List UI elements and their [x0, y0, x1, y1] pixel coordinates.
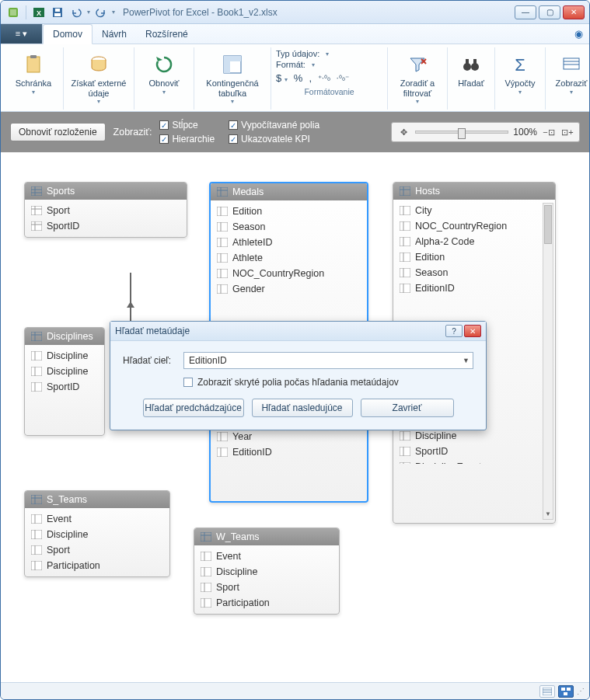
refresh-button[interactable]: Obnoviť ▾ [139, 49, 189, 99]
zoom-control: ✥ 100% −⊡ ⊡+ [391, 122, 580, 142]
table-column[interactable]: Athlete [212, 250, 365, 266]
dropdown-icon[interactable]: ▼ [463, 357, 470, 364]
show-hidden-checkbox[interactable] [183, 378, 193, 387]
redo-icon[interactable] [93, 5, 109, 20]
view-button[interactable]: Zobraziť ▾ [550, 49, 590, 99]
table-column[interactable]: Sport [196, 580, 337, 595]
get-external-data-button[interactable]: Získať externé údaje ▾ [68, 49, 129, 108]
table-column[interactable]: NOC_CountryRegion [395, 218, 541, 234]
data-view-button[interactable] [539, 685, 555, 698]
diagram-canvas[interactable]: Sports Sport SportID Disciplines Discipl… [1, 152, 589, 682]
table-header[interactable]: W_Teams [194, 528, 339, 545]
diagram-view-button[interactable] [558, 685, 574, 698]
svg-rect-62 [217, 253, 228, 263]
increase-decimal-button[interactable]: ⁺·⁰₀ [318, 74, 330, 82]
find-button[interactable]: Hľadať [452, 49, 490, 92]
table-column[interactable]: SportID [26, 218, 185, 234]
help-icon[interactable]: ◉ [574, 24, 583, 44]
file-tab[interactable]: ≡ ▾ [1, 24, 43, 44]
scroll-down-icon[interactable]: ▼ [543, 508, 553, 519]
pivot-table-button[interactable]: Kontingenčná tabuľka ▾ [199, 49, 266, 108]
table-header[interactable]: Hosts [393, 183, 555, 200]
checkbox-kpis[interactable]: ✓Ukazovatele KPI [229, 134, 319, 145]
table-column[interactable]: City [395, 203, 541, 218]
table-column[interactable]: Sport [26, 203, 185, 218]
tab-design[interactable]: Návrh [93, 24, 136, 44]
tab-advanced[interactable]: Rozšírené [136, 24, 197, 44]
table-column[interactable]: DisciplineEvent [395, 459, 541, 464]
column-icon [31, 514, 42, 524]
decrease-decimal-button[interactable]: ·⁰₀⁻ [337, 74, 349, 82]
scroll-thumb[interactable] [544, 205, 552, 244]
maximize-button[interactable]: ▢ [539, 5, 560, 19]
find-previous-button[interactable]: Hľadať predchádzajúce [143, 399, 244, 417]
table-column[interactable]: Event [26, 511, 168, 527]
find-next-button[interactable]: Hľadať nasledujúce [252, 399, 353, 417]
table-column[interactable]: EditionID [212, 444, 365, 460]
currency-button[interactable]: $ ▾ [276, 72, 288, 84]
table-header[interactable]: S_Teams [25, 491, 169, 508]
close-dialog-button[interactable]: Zavrieť [361, 399, 454, 417]
checkbox-calculated[interactable]: ✓Vypočítavané polia [229, 120, 319, 131]
powerpivot-icon[interactable] [5, 5, 21, 20]
table-column[interactable]: Discipline [196, 564, 337, 580]
table-column[interactable]: Discipline [26, 364, 103, 379]
table-header[interactable]: Medals [211, 183, 367, 200]
sort-filter-button[interactable]: Zoradiť a filtrovať ▾ [393, 49, 442, 108]
dialog-close-button[interactable]: ✕ [464, 325, 481, 337]
save-icon[interactable] [50, 5, 65, 20]
find-what-input[interactable]: EditionID ▼ [183, 352, 473, 369]
dialog-help-button[interactable]: ? [445, 325, 463, 337]
zoom-fit-button[interactable]: ✥ [396, 125, 410, 139]
undo-icon[interactable] [68, 5, 84, 20]
calculations-button[interactable]: Σ Výpočty ▾ [500, 49, 540, 99]
clipboard-button[interactable]: Schránka ▾ [9, 49, 58, 99]
close-button[interactable]: ✕ [563, 5, 585, 19]
dialog-titlebar[interactable]: Hľadať metaúdaje ? ✕ [110, 322, 486, 341]
table-card-s-teams[interactable]: S_Teams Event Discipline Sport Participa… [24, 490, 170, 577]
table-column[interactable]: Participation [196, 595, 337, 611]
zoom-out-button[interactable]: −⊡ [542, 125, 556, 139]
svg-rect-112 [567, 688, 571, 691]
table-column[interactable]: NOC_CountryRegion [212, 266, 365, 281]
table-column[interactable]: Edition [212, 204, 365, 219]
table-column[interactable]: AthleteID [212, 235, 365, 250]
datatype-dropdown[interactable]: ▾ [326, 50, 329, 57]
checkbox-hierarchies[interactable]: ✓Hierarchie [159, 134, 215, 145]
svg-rect-6 [55, 9, 60, 12]
table-header[interactable]: Sports [25, 183, 187, 200]
table-column[interactable]: SportID [395, 444, 541, 459]
table-card-w-teams[interactable]: W_Teams Event Discipline Sport Participa… [194, 528, 340, 615]
table-column[interactable]: Season [212, 219, 365, 235]
table-column[interactable]: Sport [26, 542, 168, 558]
tab-home[interactable]: Domov [43, 24, 93, 44]
table-column[interactable]: Alpha-2 Code [395, 234, 541, 249]
table-column[interactable]: Event [196, 549, 337, 564]
excel-icon[interactable]: X [31, 5, 47, 20]
refresh-layout-button[interactable]: Obnoviť rozloženie [10, 123, 106, 141]
comma-button[interactable]: , [309, 72, 312, 84]
table-header[interactable]: Disciplines [25, 328, 104, 345]
table-column[interactable]: Gender [212, 281, 365, 297]
table-column[interactable]: Edition [395, 249, 541, 265]
table-column[interactable]: Season [395, 265, 541, 280]
percent-button[interactable]: % [294, 72, 303, 84]
table-column[interactable]: Discipline [26, 348, 103, 364]
format-dropdown[interactable]: ▾ [312, 61, 315, 68]
zoom-slider[interactable] [415, 131, 508, 134]
table-column[interactable]: SportID [26, 379, 103, 395]
table-card-sports[interactable]: Sports Sport SportID [24, 182, 187, 238]
table-card-disciplines[interactable]: Disciplines Discipline Discipline SportI… [24, 327, 105, 436]
table-column[interactable]: EditionID [395, 280, 541, 296]
table-column[interactable]: Participation [26, 558, 168, 573]
table-column[interactable]: Year [212, 429, 365, 444]
table-column[interactable]: Discipline [26, 527, 168, 542]
table-column[interactable]: Discipline [395, 428, 541, 444]
minimize-button[interactable]: — [515, 5, 536, 19]
qat-customize-icon[interactable]: ▾ [112, 9, 115, 16]
undo-dropdown-icon[interactable]: ▾ [87, 9, 90, 16]
zoom-in-button[interactable]: ⊡+ [560, 125, 574, 139]
checkbox-columns[interactable]: ✓Stĺpce [159, 120, 215, 131]
resize-grip-icon[interactable]: ⋰ [577, 687, 585, 695]
scrollbar[interactable]: ▲ ▼ [543, 203, 553, 520]
